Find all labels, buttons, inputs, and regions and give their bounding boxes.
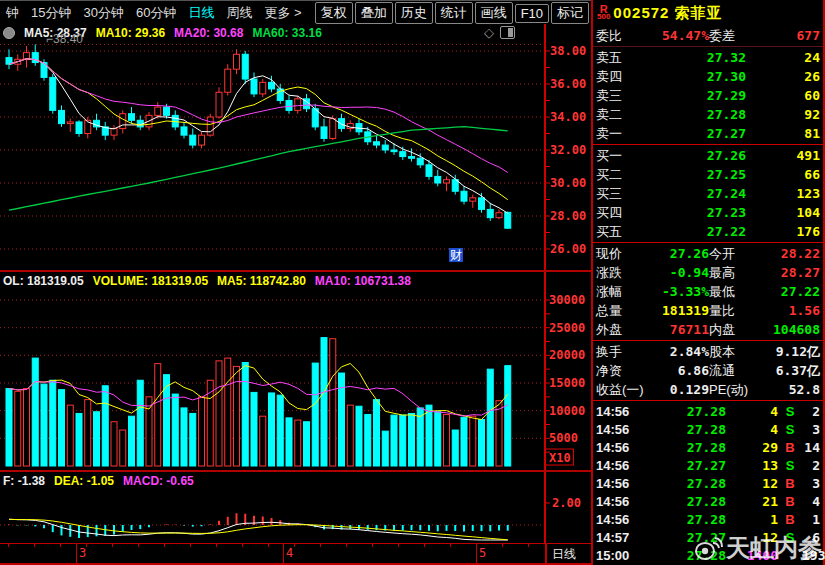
level-price: 27.25 (646, 167, 746, 182)
level-price: 27.29 (646, 88, 746, 103)
period-tab-周线[interactable]: 周线 (220, 4, 258, 22)
info-value: 104608 (765, 322, 820, 337)
axis-tick (34, 544, 35, 547)
quote-rows: 委比54.47%委差677卖五27.3224卖四27.3026卖三27.2960… (593, 26, 823, 401)
quote-level-row[interactable]: 买五27.22176 (593, 222, 823, 241)
axis-tick (112, 544, 113, 547)
info-label: 流通 (709, 362, 765, 380)
tick-row: 14:5627.2713S2 (593, 456, 823, 474)
axis-tick (294, 544, 295, 547)
quote-level-row[interactable]: 买二27.2566 (593, 165, 823, 184)
toolbar-button-F10[interactable]: F10 (515, 4, 549, 23)
stock-code-name: 002572 索菲亚 (613, 4, 722, 23)
separator (593, 46, 823, 47)
tick-count: 2 (802, 458, 820, 473)
quote-level-row[interactable]: 买一27.26491 (593, 146, 823, 165)
tick-volume: 4 (726, 404, 778, 419)
level-label: 卖五 (596, 49, 646, 67)
toolbar-button-统计[interactable]: 统计 (435, 2, 473, 24)
tick-volume: 12 (726, 476, 778, 491)
stock-name: 索菲亚 (675, 4, 723, 21)
info-label: 现价 (596, 245, 654, 263)
axis-line (545, 544, 547, 563)
level-volume: 60 (746, 88, 820, 103)
period-tab-30分钟[interactable]: 30分钟 (77, 4, 129, 22)
tick-volume: 29 (726, 440, 778, 455)
news-marker[interactable]: 财 (449, 248, 463, 262)
level-volume: 123 (746, 186, 820, 201)
toolbar-button-复权[interactable]: 复权 (315, 2, 353, 24)
svg-text:30.00: 30.00 (550, 176, 586, 190)
quote-level-row[interactable]: 卖三27.2960 (593, 86, 823, 105)
quote-level-row[interactable]: 买三27.24123 (593, 184, 823, 203)
tick-count: 14 (802, 440, 820, 455)
toolbar-button-画线[interactable]: 画线 (475, 2, 513, 24)
toolbar-button-叠加[interactable]: 叠加 (355, 2, 393, 24)
month-gridline (76, 544, 77, 563)
level-label: 卖二 (596, 106, 646, 124)
info-label: 内盘 (709, 321, 765, 339)
info-label: 委差 (709, 27, 765, 45)
stock-code: 002572 (613, 4, 669, 21)
level-label: 买二 (596, 166, 646, 184)
level-label: 买一 (596, 147, 646, 165)
tick-time: 14:56 (596, 404, 640, 419)
quote-level-row[interactable]: 买四27.23104 (593, 203, 823, 222)
trading-terminal: { "toolbar": { "periods": ["钟", "15分钟", … (0, 0, 825, 565)
quote-level-row[interactable]: 卖二27.2892 (593, 105, 823, 124)
quote-level-row[interactable]: 卖一27.2781 (593, 124, 823, 143)
separator (593, 144, 823, 145)
toolbar-button-标记[interactable]: 标记 (551, 2, 589, 24)
tick-time: 14:56 (596, 494, 640, 509)
svg-text:38.00: 38.00 (550, 44, 586, 58)
separator (593, 242, 823, 243)
info-label: PE(动) (709, 381, 765, 399)
svg-text:2.00: 2.00 (552, 496, 581, 510)
separator (593, 340, 823, 341)
info-label: 股本 (709, 343, 765, 361)
quote-panel: R500 002572 索菲亚 委比54.47%委差677卖五27.3224卖四… (591, 0, 825, 565)
quote-level-row[interactable]: 卖四27.3026 (593, 67, 823, 86)
period-tab-15分钟[interactable]: 15分钟 (25, 4, 77, 22)
tick-time: 14:56 (596, 458, 640, 473)
axis-tick (398, 544, 399, 547)
axis-tick (450, 544, 451, 547)
tick-price: 27.27 (640, 458, 726, 473)
tick-side: S (778, 422, 802, 437)
period-tab-日线[interactable]: 日线 (182, 4, 220, 22)
tick-price: 27.28 (640, 512, 726, 527)
tick-row: 14:5627.284S2 (593, 402, 823, 420)
level-label: 卖四 (596, 68, 646, 86)
tick-side: S (778, 404, 802, 419)
level-label: 卖三 (596, 87, 646, 105)
diamond-marker-icon[interactable]: ◇ (484, 26, 494, 39)
tick-time: 14:56 (596, 476, 640, 491)
tick-count: 1 (802, 512, 820, 527)
period-label: 日线 (552, 546, 576, 563)
period-tab-60分钟[interactable]: 60分钟 (130, 4, 182, 22)
watermark: 天虹内参 (693, 532, 822, 564)
level-price: 27.32 (646, 50, 746, 65)
axis-tick (216, 544, 217, 547)
volume-chart[interactable]: 30000250002000015000100005000X10 (0, 272, 591, 470)
axis-tick (138, 544, 139, 547)
info-label: 外盘 (596, 321, 654, 339)
svg-text:30000: 30000 (549, 293, 585, 307)
panel-layout-icon[interactable] (500, 26, 515, 39)
level-volume: 26 (746, 69, 820, 84)
period-tab-钟[interactable]: 钟 (0, 4, 25, 22)
info-value: 28.27 (765, 265, 820, 280)
month-label-5: 5 (479, 546, 486, 560)
tick-side: S (778, 458, 802, 473)
quote-info-row: 收益(一)0.129PE(动)52.8 (593, 380, 823, 399)
level-price: 27.24 (646, 186, 746, 201)
candlestick-chart[interactable]: 38.0036.0034.0032.0030.0028.0026.00 (0, 24, 591, 270)
toolbar-button-历史[interactable]: 历史 (395, 2, 433, 24)
macd-chart[interactable]: 2.00 (0, 472, 591, 543)
watermark-text: 天虹内参 (726, 532, 822, 564)
axis-tick (190, 544, 191, 547)
svg-text:20000: 20000 (549, 348, 585, 362)
period-tab-更多 >[interactable]: 更多 > (258, 4, 307, 22)
info-value: 54.47% (654, 28, 709, 43)
quote-level-row[interactable]: 卖五27.3224 (593, 48, 823, 67)
